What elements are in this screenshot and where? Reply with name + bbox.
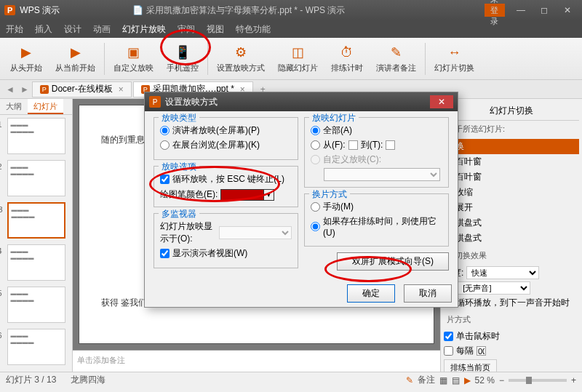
slide-thumbnail[interactable]: 3▬▬▬▬▬▬▬	[7, 202, 65, 239]
view-sorter-icon[interactable]: ▤	[452, 375, 460, 385]
ribbon-label: 设置放映方式	[217, 63, 265, 73]
manual-radio[interactable]	[311, 202, 320, 212]
interval-input[interactable]	[477, 346, 486, 356]
ribbon-自定义放映[interactable]: ▣自定义放映	[108, 41, 159, 77]
radio-label: 如果存在排练时间，则使用它(U)	[323, 215, 442, 238]
page-indicator: 幻灯片 3 / 13	[6, 374, 56, 386]
login-button[interactable]: 未登录	[485, 4, 505, 17]
tab-docer[interactable]: P Docer-在线模板 ×	[32, 81, 132, 97]
view-normal-icon[interactable]: ▦	[439, 375, 447, 385]
slide-thumbnail[interactable]: 6▬▬▬▬▬▬▬	[7, 329, 65, 365]
radio-label: 演讲者放映(全屏幕)(P)	[172, 124, 260, 137]
from-label: 从(F):	[323, 139, 346, 151]
menu-item[interactable]: 设计	[64, 23, 81, 36]
ribbon-手机遥控[interactable]: 📱手机遥控	[161, 41, 204, 77]
show-options-group: 放映选项 循环放映，按 ESC 键终止(L) 绘图笔颜色(E): ▾	[154, 166, 298, 207]
zoom-in-icon[interactable]: +	[571, 375, 576, 385]
slide-thumbnail[interactable]: 1▬▬▬▬▬▬▬	[7, 118, 65, 154]
sound-select[interactable]: [无声音]	[458, 281, 530, 295]
dialog-icon: P	[149, 96, 161, 108]
transition-item[interactable]: 向棋盘式	[444, 215, 579, 231]
monitor-select[interactable]	[219, 226, 292, 239]
transition-item[interactable]: 状收缩	[444, 185, 579, 200]
loop-esc-checkbox[interactable]	[160, 175, 170, 184]
presenter-view-checkbox[interactable]	[160, 249, 170, 258]
transition-item[interactable]: 切换	[444, 139, 579, 154]
zoom-out-icon[interactable]: −	[499, 375, 504, 385]
legend: 多监视器	[159, 208, 199, 220]
timing-radio[interactable]	[311, 222, 320, 231]
to-label: 到(T):	[361, 139, 383, 151]
dialog-close-icon[interactable]: ✕	[430, 95, 453, 108]
dialog-title: 设置放映方式	[165, 96, 218, 108]
interval-label: 每隔	[456, 345, 474, 357]
ok-button[interactable]: 确定	[347, 284, 395, 303]
all-slides-radio[interactable]	[311, 126, 320, 135]
presenter-radio[interactable]	[160, 126, 170, 135]
pen-color-swatch[interactable]	[220, 189, 264, 201]
custom-show-select[interactable]	[324, 168, 440, 181]
notes-toggle[interactable]: 备注	[418, 374, 435, 386]
range-radio[interactable]	[311, 140, 320, 150]
menu-item[interactable]: 动画	[93, 23, 111, 36]
tab-outline[interactable]: 大纲	[0, 99, 28, 114]
loop-label: 循环播放，到下一声音开始时	[456, 297, 570, 309]
legend: 放映幻灯片	[309, 112, 359, 124]
transition-item[interactable]: 向棋盘式	[444, 231, 579, 246]
menu-item[interactable]: 开始	[6, 23, 23, 36]
dual-screen-button[interactable]: 双屏扩展模式向导(S)	[337, 252, 449, 271]
close-icon[interactable]: ✕	[557, 4, 578, 17]
tab-nav-left[interactable]: ◄	[3, 84, 17, 95]
click-checkbox[interactable]	[444, 332, 453, 341]
ribbon-隐藏幻灯片[interactable]: ◫隐藏幻灯片	[272, 41, 324, 77]
to-input[interactable]	[386, 140, 395, 150]
from-input[interactable]	[348, 140, 358, 150]
custom-show-radio[interactable]	[311, 155, 320, 164]
radio-label: 全部(A)	[323, 124, 352, 137]
transition-item[interactable]: 直百叶窗	[444, 169, 579, 185]
ribbon-icon: ✎	[388, 44, 405, 61]
minimize-icon[interactable]: —	[511, 4, 531, 17]
menu-item[interactable]: 幻灯片放映	[122, 23, 166, 36]
menu-item[interactable]: 审阅	[178, 23, 195, 36]
tab-close-icon[interactable]: ×	[119, 84, 124, 95]
transition-item[interactable]: 状展开	[444, 200, 579, 215]
transition-item[interactable]: 平百叶窗	[444, 154, 579, 169]
menu-item[interactable]: 特色功能	[236, 23, 271, 36]
ribbon-从当前开始[interactable]: ▶从当前开始	[49, 41, 101, 77]
slide-thumbnail[interactable]: 4▬▬▬▬▬▬▬	[7, 244, 65, 281]
setup-show-dialog: P 设置放映方式 ✕ 放映类型 演讲者放映(全屏幕)(P) 在展台浏览(全屏幕)…	[144, 92, 458, 308]
effect-label: 改切换效果	[444, 247, 579, 264]
ribbon-icon: ↔	[446, 44, 463, 61]
ribbon-演讲者备注[interactable]: ✎演讲者备注	[370, 41, 422, 77]
ribbon-幻灯片切换[interactable]: ↔幻灯片切换	[428, 41, 480, 77]
ribbon-设置放映方式[interactable]: ⚙设置放映方式	[211, 41, 271, 77]
menu-item[interactable]: 插入	[35, 23, 52, 36]
view-slideshow-icon[interactable]: ▶	[464, 375, 471, 385]
slide-thumbnail[interactable]: 2▬▬▬▬▬▬▬	[7, 160, 65, 196]
theme-name: 龙腾四海	[71, 374, 105, 386]
transition-list[interactable]: 切换平百叶窗直百叶窗状收缩状展开向棋盘式向棋盘式	[444, 139, 579, 246]
statusbar: 幻灯片 3 / 13 龙腾四海 ✎备注 ▦ ▤ ▶ 52 % − +	[0, 372, 582, 388]
tab-slides[interactable]: 幻灯片	[28, 99, 63, 114]
cancel-button[interactable]: 取消	[404, 284, 452, 303]
tab-label: Docer-在线模板	[52, 83, 113, 95]
ribbon-排练计时[interactable]: ⏱排练计时	[325, 41, 369, 77]
menu-item[interactable]: 视图	[207, 23, 224, 36]
pen-color-dropdown-icon[interactable]: ▾	[264, 189, 274, 201]
ribbon-label: 从头开始	[10, 63, 42, 73]
zoom-slider[interactable]	[509, 379, 567, 382]
kiosk-radio[interactable]	[160, 140, 170, 150]
tab-nav-right[interactable]: ►	[17, 84, 32, 95]
notes-pane[interactable]: 单击添加备注	[73, 350, 440, 372]
maximize-icon[interactable]: ◻	[534, 4, 554, 17]
interval-checkbox[interactable]	[444, 346, 453, 356]
speed-select[interactable]: 快速	[466, 266, 539, 279]
ribbon-从头开始[interactable]: ▶从头开始	[4, 41, 48, 77]
ribbon-icon: ▶	[67, 44, 84, 61]
radio-label: 自定义放映(C):	[323, 153, 381, 166]
ribbon-icon: 📱	[174, 44, 191, 61]
slide-thumbnail[interactable]: 5▬▬▬▬▬▬▬	[7, 287, 65, 323]
rehearse-button[interactable]: 排练当前页	[444, 359, 497, 372]
ribbon-icon: ⚙	[232, 44, 250, 61]
